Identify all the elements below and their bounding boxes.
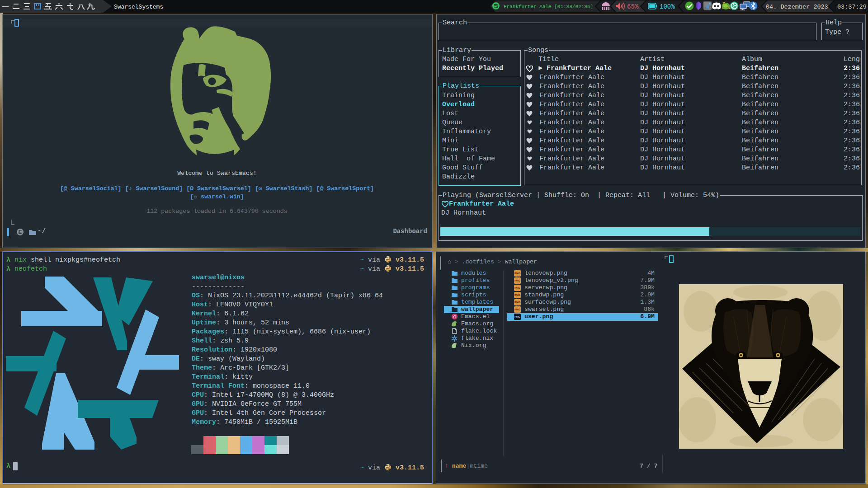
svg-text:03:37:29: 03:37:29 [837,4,867,10]
svg-text:04. Dezember 2023: 04. Dezember 2023 [766,4,828,10]
svg-text:Frankfurter Aale [01:38/02:36]: Frankfurter Aale [01:38/02:36] [504,4,593,9]
svg-text:65%: 65% [627,3,639,10]
svg-text:SwarselSystems: SwarselSystems [114,4,163,10]
svg-text:100%: 100% [660,3,675,10]
